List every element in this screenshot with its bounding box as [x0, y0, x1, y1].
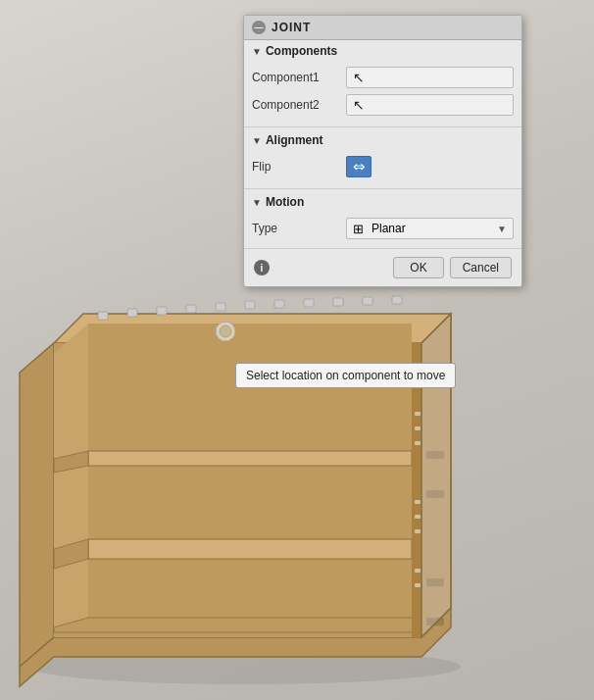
svg-marker-12 — [54, 618, 421, 632]
type-label: Type — [252, 222, 340, 235]
alignment-section-content: Flip ⇔ — [244, 151, 521, 186]
components-label: Components — [266, 44, 337, 58]
type-select[interactable]: ⊞ Planar ▼ — [346, 218, 514, 239]
cursor-icon-2: ↖ — [353, 97, 365, 113]
motion-section-content: Type ⊞ Planar ▼ — [244, 213, 521, 248]
svg-marker-10 — [88, 451, 412, 466]
component2-input[interactable]: ↖ — [346, 94, 514, 116]
flip-icon: ⇔ — [353, 158, 366, 175]
dialog-title-icon: — — [252, 21, 266, 34]
svg-rect-17 — [415, 441, 421, 445]
svg-rect-35 — [333, 298, 343, 306]
info-button[interactable]: i — [254, 260, 270, 275]
components-section-header[interactable]: ▼ Components — [244, 40, 521, 62]
svg-rect-28 — [127, 309, 137, 317]
footer-buttons: OK Cancel — [393, 257, 512, 278]
ok-button[interactable]: OK — [393, 257, 443, 278]
tooltip-text: Select location on component to move — [246, 369, 445, 382]
svg-rect-34 — [304, 299, 314, 307]
flip-row: Flip ⇔ — [252, 153, 514, 180]
svg-marker-2 — [20, 343, 54, 667]
svg-marker-14 — [88, 324, 412, 343]
svg-point-39 — [220, 325, 231, 337]
component1-row: Component1 ↖ — [252, 64, 514, 91]
tooltip: Select location on component to move — [235, 363, 456, 388]
svg-rect-22 — [415, 583, 421, 587]
flip-label: Flip — [252, 160, 340, 174]
type-value: Planar — [371, 222, 493, 235]
svg-rect-16 — [415, 426, 421, 430]
dialog-titlebar: — JOINT — [244, 16, 521, 40]
svg-rect-18 — [415, 500, 421, 504]
svg-rect-20 — [415, 529, 421, 533]
alignment-label: Alignment — [266, 133, 323, 147]
joint-dialog: — JOINT ▼ Components Component1 ↖ Compon… — [243, 15, 522, 287]
svg-rect-30 — [186, 305, 196, 313]
svg-rect-29 — [157, 307, 167, 315]
cursor-icon-1: ↖ — [353, 70, 365, 85]
component2-row: Component2 ↖ — [252, 91, 514, 119]
component1-input[interactable]: ↖ — [346, 67, 514, 88]
svg-rect-36 — [363, 297, 372, 305]
svg-marker-7 — [54, 324, 88, 627]
components-triangle: ▼ — [252, 46, 262, 57]
components-section-content: Component1 ↖ Component2 ↖ — [244, 62, 521, 125]
motion-triangle: ▼ — [252, 197, 262, 208]
alignment-triangle: ▼ — [252, 135, 262, 146]
component2-label: Component2 — [252, 98, 340, 112]
svg-rect-21 — [415, 569, 421, 573]
svg-rect-37 — [392, 296, 402, 304]
cabinet-3d-view — [0, 255, 594, 700]
component1-label: Component1 — [252, 71, 340, 84]
divider-2 — [244, 188, 521, 189]
svg-rect-15 — [415, 412, 421, 416]
svg-rect-19 — [415, 515, 421, 519]
svg-rect-32 — [245, 301, 255, 309]
svg-rect-33 — [274, 300, 284, 308]
cancel-button[interactable]: Cancel — [450, 257, 512, 278]
dropdown-arrow: ▼ — [497, 224, 507, 234]
dialog-title: JOINT — [272, 21, 311, 34]
alignment-section-header[interactable]: ▼ Alignment — [244, 129, 521, 151]
type-row: Type ⊞ Planar ▼ — [252, 215, 514, 242]
flip-button[interactable]: ⇔ — [346, 156, 371, 177]
svg-rect-27 — [98, 312, 108, 320]
motion-section-header[interactable]: ▼ Motion — [244, 191, 521, 213]
divider-1 — [244, 126, 521, 127]
dialog-footer: i OK Cancel — [244, 248, 521, 286]
svg-rect-31 — [216, 303, 225, 311]
svg-marker-8 — [88, 539, 412, 559]
planar-icon: ⊞ — [353, 222, 364, 236]
motion-label: Motion — [266, 195, 304, 209]
